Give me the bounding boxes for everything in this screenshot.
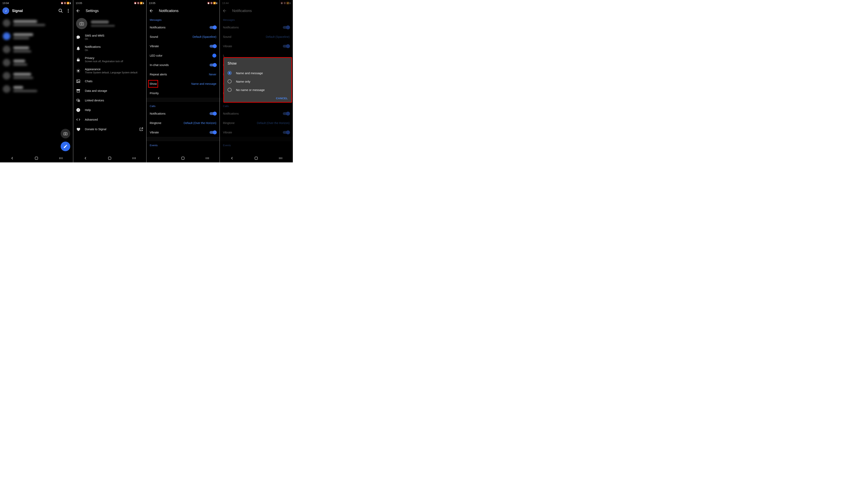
pref-notifications: Notifications	[220, 23, 293, 32]
pref-ringtone[interactable]: Ringtone Default (Over the Horizon)	[147, 118, 220, 128]
profile-row[interactable]	[73, 15, 146, 32]
back-nav-icon[interactable]	[230, 156, 234, 161]
svg-line-20	[79, 69, 80, 70]
camera-fab[interactable]	[61, 129, 70, 138]
settings-help[interactable]: ? Help	[73, 105, 146, 115]
pref-inchat-sounds[interactable]: In-chat sounds	[147, 60, 220, 70]
pref-show[interactable]: Show Name and message	[147, 79, 220, 89]
chat-item[interactable]	[0, 43, 73, 56]
back-nav-icon[interactable]	[83, 156, 88, 161]
external-link-icon	[139, 127, 144, 131]
status-icons: ⏰ 🔇 📶 ▮	[207, 2, 217, 4]
radio-name-and-message[interactable]: Name and message	[227, 69, 288, 77]
pref-notifications[interactable]: Notifications	[147, 23, 220, 32]
home-nav-icon[interactable]	[108, 156, 112, 160]
recents-nav-icon[interactable]	[59, 156, 63, 161]
notifications-title: Notifications	[232, 9, 290, 13]
search-icon[interactable]	[58, 8, 63, 13]
switch-on[interactable]	[210, 45, 216, 47]
back-icon[interactable]	[76, 8, 81, 13]
profile-picture	[76, 18, 87, 29]
chat-item[interactable]	[0, 30, 73, 43]
section-calls: Calls	[147, 102, 220, 109]
help-icon: ?	[76, 108, 81, 112]
pref-led-color[interactable]: LED color	[147, 51, 220, 60]
more-icon[interactable]	[66, 8, 71, 13]
chat-item[interactable]	[0, 56, 73, 69]
archive-icon	[76, 89, 81, 93]
profile-avatar[interactable]: J	[2, 7, 9, 14]
recents-nav-icon[interactable]	[205, 156, 210, 161]
svg-point-2	[68, 9, 69, 10]
pref-call-vibrate[interactable]: Vibrate	[147, 128, 220, 137]
home-nav-icon[interactable]	[254, 156, 258, 160]
pref-sound: Sound Default (Spaceline)	[220, 32, 293, 41]
app-bar: Notifications	[220, 6, 293, 15]
camera-icon	[79, 21, 84, 26]
settings-notifications[interactable]: NotificationsOn	[73, 43, 146, 54]
home-nav-icon[interactable]	[181, 156, 185, 160]
svg-point-3	[68, 10, 69, 11]
heart-icon	[76, 127, 81, 131]
back-nav-icon[interactable]	[156, 156, 161, 161]
chat-item[interactable]	[0, 69, 73, 82]
svg-point-4	[68, 12, 69, 12]
pref-vibrate[interactable]: Vibrate	[147, 41, 220, 51]
pref-call-vibrate: Vibrate	[220, 128, 293, 137]
radio-name-only[interactable]: Name only	[227, 77, 288, 85]
svg-line-1	[61, 11, 62, 12]
svg-rect-11	[77, 59, 80, 61]
divider	[147, 137, 220, 141]
chat-list	[0, 15, 73, 96]
brightness-icon	[76, 69, 81, 73]
bell-icon	[76, 46, 81, 50]
switch-on	[283, 45, 289, 47]
settings-chats[interactable]: Chats	[73, 76, 146, 86]
chat-item[interactable]	[0, 16, 73, 30]
nav-bar	[220, 154, 293, 162]
switch-on[interactable]	[210, 131, 216, 134]
switch-on[interactable]	[210, 112, 216, 115]
recents-nav-icon[interactable]	[132, 156, 136, 161]
nav-bar	[147, 154, 220, 162]
image-icon	[76, 79, 81, 83]
pref-priority[interactable]: Priority	[147, 89, 220, 98]
settings-data-storage[interactable]: Data and storage	[73, 86, 146, 96]
svg-rect-23	[76, 90, 80, 90]
divider	[147, 98, 220, 102]
settings-appearance[interactable]: AppearanceTheme System default, Language…	[73, 65, 146, 76]
switch-on[interactable]	[210, 26, 216, 29]
back-icon[interactable]	[149, 8, 154, 13]
show-dialog: Show Name and message Name only No name …	[223, 57, 292, 103]
section-events: Events	[147, 141, 220, 148]
recents-nav-icon[interactable]	[278, 156, 283, 161]
back-nav-icon[interactable]	[10, 156, 14, 161]
switch-on	[283, 112, 289, 115]
radio-unchecked-icon	[227, 88, 231, 92]
dialog-actions: CANCEL	[227, 94, 288, 100]
devices-icon	[76, 98, 81, 103]
home-nav-icon[interactable]	[34, 156, 38, 160]
pref-repeat-alerts[interactable]: Repeat alerts Never	[147, 70, 220, 79]
settings-advanced[interactable]: Advanced	[73, 115, 146, 125]
switch-on	[283, 26, 289, 29]
svg-point-12	[78, 70, 79, 71]
pref-call-notifications: Notifications	[220, 109, 293, 118]
cancel-button[interactable]: CANCEL	[276, 97, 288, 100]
section-events: Events	[220, 141, 293, 148]
clock: 13:05	[76, 2, 82, 5]
switch-on[interactable]	[210, 64, 216, 66]
pref-call-notifications[interactable]: Notifications	[147, 109, 220, 118]
pref-ringtone: Ringtone Default (Over the Horizon)	[220, 118, 293, 128]
settings-privacy[interactable]: PrivacyScreen lock off, Registration loc…	[73, 54, 146, 65]
profile-text	[91, 21, 115, 27]
settings-sms[interactable]: SMS and MMSOn	[73, 32, 146, 43]
radio-no-name-or-message[interactable]: No name or message	[227, 85, 288, 94]
chat-item[interactable]	[0, 82, 73, 96]
pref-sound[interactable]: Sound Default (Spaceline)	[147, 32, 220, 41]
settings-donate[interactable]: Donate to Signal	[73, 125, 146, 134]
clock: 13:44	[222, 2, 229, 5]
svg-rect-38	[255, 157, 257, 160]
settings-linked-devices[interactable]: Linked devices	[73, 96, 146, 105]
compose-fab[interactable]	[61, 142, 70, 151]
